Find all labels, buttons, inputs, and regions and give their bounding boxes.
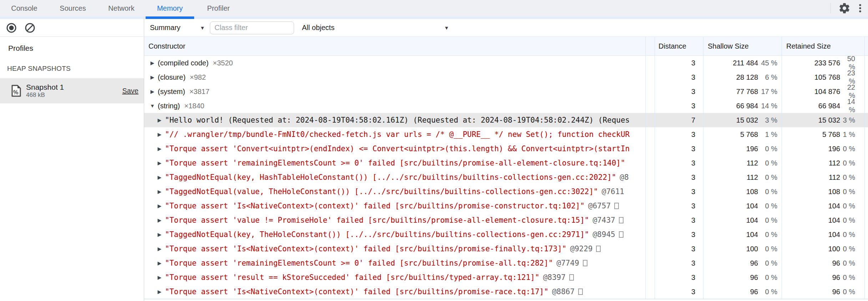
disclosure-triangle-icon[interactable]: ▶ — [148, 89, 156, 94]
disclosure-triangle-icon[interactable]: ▶ — [148, 60, 156, 66]
row-gutter — [646, 199, 655, 213]
column-header-retained-size[interactable]: Retained Size — [782, 37, 865, 55]
table-row[interactable]: ▼ (string) ×1840 3 66 984 14 % 66 984 14… — [144, 99, 868, 113]
shallow-size-value: 66 984 — [703, 102, 758, 110]
tab-console[interactable]: Console — [0, 0, 49, 19]
tab-network[interactable]: Network — [97, 0, 146, 19]
row-gutter — [646, 242, 655, 256]
disclosure-triangle-icon[interactable]: ▶ — [156, 117, 163, 123]
shallow-size-percent: 14 % — [758, 102, 782, 110]
retained-size-cell: 112 0 % — [782, 156, 865, 170]
retained-size-value: 112 — [782, 159, 840, 167]
profiles-title: Profiles — [8, 44, 144, 53]
retained-size-percent: 0 % — [840, 216, 864, 224]
shallow-size-percent: 0 % — [758, 231, 782, 239]
disclosure-triangle-icon[interactable]: ▶ — [156, 203, 163, 209]
object-id: @9229 — [570, 245, 592, 253]
row-gutter — [646, 256, 655, 270]
tab-memory[interactable]: Memory — [146, 0, 194, 19]
disclosure-triangle-icon[interactable]: ▶ — [156, 189, 163, 194]
retained-size-cell: 104 0 % — [782, 213, 865, 227]
save-snapshot-link[interactable]: Save — [122, 87, 138, 95]
table-row[interactable]: ▶ "Torque assert 'remainingElementsCount… — [144, 156, 868, 170]
disclosure-triangle-icon[interactable]: ▶ — [156, 260, 163, 266]
perspective-select[interactable]: Summary ▼ — [150, 24, 210, 32]
disclosure-triangle-icon[interactable]: ▶ — [156, 275, 163, 280]
table-row[interactable]: ▶ "Torque assert 'Is<NativeContext>(cont… — [144, 199, 868, 213]
shallow-size-cell: 112 0 % — [703, 170, 782, 184]
tab-profiler[interactable]: Profiler — [194, 0, 243, 19]
disclosure-triangle-icon[interactable]: ▶ — [156, 217, 163, 223]
table-row[interactable]: ▶ "Torque assert 'result == kStoreSucced… — [144, 270, 868, 285]
constructor-cell: ▶ "Torque assert 'remainingElementsCount… — [144, 156, 646, 170]
class-filter-input[interactable] — [210, 21, 294, 34]
retained-size-cell: 96 0 % — [782, 285, 865, 299]
tab-sources[interactable]: Sources — [49, 0, 97, 19]
disclosure-triangle-icon[interactable]: ▶ — [156, 132, 163, 137]
constructor-cell: ▶ "TaggedNotEqual(key, HashTableHoleCons… — [144, 170, 646, 184]
constructor-cell: ▶ (compiled code) ×3520 — [144, 56, 646, 70]
missing-glyph-box-icon — [619, 217, 624, 223]
disclosure-triangle-icon[interactable]: ▶ — [156, 289, 163, 295]
shallow-size-cell: 211 484 45 % — [703, 56, 782, 70]
sidebar-item-snapshot-1[interactable]: % Snapshot 1 468 kB Save — [0, 78, 144, 103]
disclosure-triangle-icon[interactable]: ▶ — [156, 174, 163, 180]
table-row[interactable]: ▶ "// .wrangler/tmp/bundle-FmNIt0/checke… — [144, 127, 868, 142]
string-value: "Torque assert 'value != PromiseHole' fa… — [165, 216, 589, 224]
column-header-constructor[interactable]: Constructor — [144, 37, 646, 55]
retained-size-percent: 0 % — [840, 245, 864, 253]
shallow-size-cell: 5 768 1 % — [703, 127, 782, 142]
table-row[interactable]: ▶ (closure) ×982 3 28 128 6 % 105 768 23… — [144, 70, 868, 84]
table-row[interactable]: ▶ "TaggedNotEqual(key, HashTableHoleCons… — [144, 170, 868, 184]
retained-size-value: 233 576 — [782, 59, 840, 67]
shallow-size-percent: 6 % — [758, 73, 782, 82]
disclosure-triangle-icon[interactable]: ▶ — [156, 146, 163, 152]
string-value: "Torque assert 'remainingElementsCount >… — [165, 259, 553, 267]
shallow-size-percent: 3 % — [758, 116, 782, 124]
shallow-size-value: 104 — [703, 216, 758, 224]
heap-snapshot-grid: Constructor Distance Shallow Size Retain… — [144, 37, 868, 301]
disclosure-triangle-icon[interactable]: ▶ — [156, 160, 163, 166]
table-row[interactable]: ▶ "TaggedNotEqual(value, TheHoleConstant… — [144, 184, 868, 199]
constructor-cell: ▶ "// .wrangler/tmp/bundle-FmNIt0/checke… — [144, 127, 646, 142]
clear-profiles-icon[interactable] — [24, 22, 36, 34]
shallow-size-value: 28 128 — [703, 73, 758, 82]
constructor-cell: ▶ (closure) ×982 — [144, 70, 646, 84]
column-header-distance[interactable]: Distance — [655, 37, 703, 55]
shallow-size-cell: 108 0 % — [703, 184, 782, 199]
table-row[interactable]: ▶ "Torque assert 'Convert<uintptr>(endIn… — [144, 142, 868, 156]
table-row[interactable]: ▶ (system) ×3817 3 77 768 17 % 104 876 2… — [144, 84, 868, 99]
string-value: "Torque assert 'Is<NativeContext>(contex… — [165, 202, 585, 210]
retained-size-value: 66 984 — [782, 102, 840, 110]
disclosure-triangle-icon[interactable]: ▼ — [148, 103, 156, 109]
retained-size-value: 96 — [782, 288, 840, 296]
memory-toolbar: Summary ▼ All objects ▼ — [144, 19, 868, 37]
instance-count: ×1840 — [184, 102, 204, 110]
table-row[interactable]: ▶ "TaggedNotEqual(key, TheHoleConstant()… — [144, 227, 868, 242]
row-endpad — [865, 84, 868, 99]
table-row[interactable]: ▶ "Torque assert 'Is<NativeContext>(cont… — [144, 242, 868, 256]
table-row[interactable]: ▶ "Torque assert 'Is<NativeContext>(cont… — [144, 285, 868, 299]
instance-count: ×3817 — [190, 88, 210, 96]
table-row[interactable]: ▶ "Torque assert 'remainingElementsCount… — [144, 256, 868, 270]
profiles-sidebar: Profiles HEAP SNAPSHOTS % Snapshot 1 468… — [0, 19, 144, 301]
disclosure-triangle-icon[interactable]: ▶ — [156, 246, 163, 252]
disclosure-triangle-icon[interactable]: ▶ — [156, 232, 163, 237]
column-header-shallow-size[interactable]: Shallow Size — [703, 37, 782, 55]
grid-rows: ▶ (compiled code) ×3520 3 211 484 45 % 2… — [144, 56, 868, 299]
table-row[interactable]: ▶ "Torque assert 'value != PromiseHole' … — [144, 213, 868, 227]
record-heap-snapshot-icon[interactable] — [6, 22, 17, 34]
shallow-size-value: 112 — [703, 159, 758, 167]
header-gutter — [646, 37, 655, 55]
row-gutter — [646, 99, 655, 113]
kebab-menu-icon[interactable] — [852, 0, 868, 16]
shallow-size-percent: 0 % — [758, 202, 782, 210]
objects-scope-select[interactable]: All objects ▼ — [302, 24, 452, 32]
disclosure-triangle-icon[interactable]: ▶ — [148, 74, 156, 80]
shallow-size-percent: 0 % — [758, 245, 782, 253]
table-row[interactable]: ▶ (compiled code) ×3520 3 211 484 45 % 2… — [144, 56, 868, 70]
table-row[interactable]: ▶ "Hello world! (Requested at: 2024-08-1… — [144, 113, 868, 127]
constructor-cell: ▶ "Torque assert 'result == kStoreSucced… — [144, 270, 646, 285]
settings-gear-icon[interactable] — [837, 0, 852, 16]
row-endpad — [865, 227, 868, 242]
